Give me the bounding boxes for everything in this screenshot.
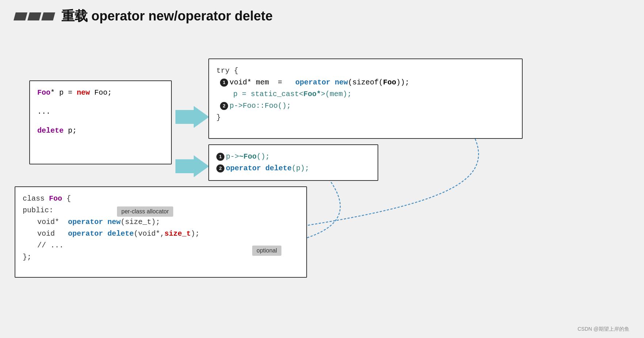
static-cast-line: p = static_cast<Foo*>(mem); [233,88,515,100]
operator-new-line: 1 void* mem = operator new(sizeof(Foo)); [220,77,515,88]
arrow-head-2 [194,155,209,177]
annotation-per-class: per-class allocator [117,206,173,217]
code-box-right-bottom: 1 p->~Foo(); 2 operator delete(p); [208,144,378,181]
arrow-body-1 [175,110,194,124]
page-header: 重载 operator new/operator delete [15,7,273,25]
arrow-to-new [175,106,209,128]
code-box-left: Foo* p = new Foo; ... delete p; [29,80,172,164]
close-brace: } [216,112,515,124]
footer-credit: CSDN @期望上岸的鱼 [577,326,629,333]
constructor-line: 2 p->Foo::Foo(); [220,100,515,112]
header-icon-decoration [15,12,54,20]
page-title: 重载 operator new/operator delete [61,7,273,25]
code-line-1: Foo* p = new Foo; [37,87,164,99]
op-delete-decl-line: void operator delete(void*,size_t); [37,228,299,240]
op-new-decl-line: void* operator new(size_t); [37,216,299,228]
class-decl-line: class Foo { [23,193,299,205]
circle-1: 1 [220,79,228,87]
blank-line-2 [37,118,164,125]
keyword-foo: Foo [37,88,50,97]
circle-2: 2 [220,102,228,110]
arrow-body-2 [175,159,194,173]
code-box-bottom: class Foo { public: void* operator new(s… [15,186,307,278]
try-line: try { [216,65,515,77]
circle-3: 1 [216,153,224,161]
circle-4: 2 [216,164,224,172]
code-line-delete: delete p; [37,125,164,137]
code-box-right-top: try { 1 void* mem = operator new(sizeof(… [208,58,523,139]
destructor-line: 1 p->~Foo(); [216,151,370,163]
blank-line [37,99,164,106]
operator-delete-call-line: 2 operator delete(p); [216,163,370,174]
arrow-to-delete [175,155,209,177]
annotation-optional: optional [252,246,281,256]
code-line-dots: ... [37,106,164,118]
arrow-head-1 [194,106,209,128]
